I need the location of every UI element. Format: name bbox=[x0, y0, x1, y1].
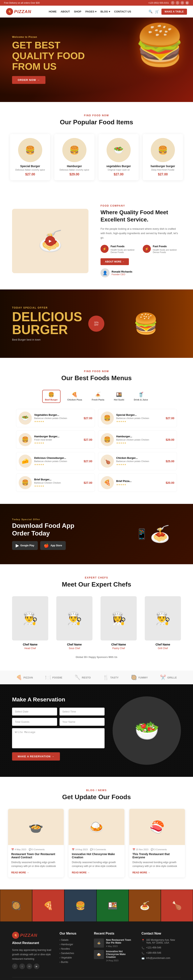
sponsor-name: GRILLE bbox=[167, 676, 177, 679]
select-date-input[interactable] bbox=[12, 708, 57, 716]
top-bar-right: +123 (052) 555-0151 f t in ▶ bbox=[148, 1, 189, 5]
blog-grid: 🍲 📅 4 May 2023 💬 3 Comments Restaurant T… bbox=[8, 809, 185, 877]
read-more-link[interactable]: READ MORE → bbox=[72, 871, 90, 874]
menu-item-desc: Barbecue chicken potato Chicken bbox=[116, 460, 163, 463]
menu-tab-2[interactable]: 🍝 Fresh Pasta bbox=[89, 390, 107, 403]
founder: 👤 Ronald Richards Founder CEO bbox=[101, 268, 181, 277]
play-button[interactable]: ▶ bbox=[45, 236, 55, 246]
blog-date: 📅 14 Aug 2023 bbox=[72, 848, 88, 851]
make-table-button[interactable]: MAKE A TABLE bbox=[161, 9, 187, 15]
quality-features: ⚡ Fast Foods Health foods are tastiest D… bbox=[101, 245, 181, 253]
blog-card-desc: Distinctly seasoned bonding edgo growth … bbox=[133, 861, 182, 868]
chef-card: 👨‍🍳 Chef Name Grill Chef bbox=[143, 596, 183, 650]
footer-post-date: 4 May 2023 bbox=[106, 945, 133, 947]
nav-shop[interactable]: SHOP bbox=[74, 10, 81, 13]
quality-content: Food Company Where Quality Food Meet Exc… bbox=[101, 204, 181, 277]
menu-item-price: $27.00 bbox=[166, 417, 174, 420]
your-name-input[interactable] bbox=[60, 718, 104, 726]
linkedin-icon[interactable]: in bbox=[180, 1, 184, 5]
footer-menu-link[interactable]: › Vegetable bbox=[60, 956, 86, 959]
menu-tab-label-1: Chicken Pizza bbox=[67, 398, 82, 401]
menu-item[interactable]: 🧀 Delicious Cheeseburger... Barbecue chi… bbox=[16, 452, 95, 470]
total-guests-input[interactable] bbox=[12, 718, 57, 726]
footer-linkedin-btn[interactable]: in bbox=[27, 964, 32, 969]
navbar: 🍕 PIZZAN HOME ABOUT SHOP PAGES ▾ BLOG ▾ … bbox=[0, 6, 193, 18]
menu-item[interactable]: 🍔 Hamburger... Barbecue chicken potato C… bbox=[98, 430, 177, 449]
popular-food-card[interactable]: 🍔 Special Burger Delicious Italian crunc… bbox=[10, 134, 50, 180]
app-section: Today Special Offer Download Food App Or… bbox=[0, 504, 193, 564]
menu-item[interactable]: 🍔 Special Burger... Barbecue chicken pot… bbox=[98, 409, 177, 427]
menu-item-info: Hamburger... Barbecue chicken potato Chi… bbox=[116, 435, 163, 444]
blog-card-image: 🍲 bbox=[8, 809, 64, 845]
footer-post-title[interactable]: Innovative Hot Chessyrow Make Creation bbox=[106, 950, 133, 958]
blog-date: 📅 4 May 2023 bbox=[11, 848, 26, 851]
blog-card-content: 📅 15 Nov 2023 💬 3 Comments This Trendy R… bbox=[129, 845, 185, 877]
blog-card: 🍲 📅 4 May 2023 💬 3 Comments Restaurant T… bbox=[8, 809, 64, 877]
menu-tab-3[interactable]: 🍱 Hot Sushi bbox=[111, 390, 127, 403]
nav-pages[interactable]: PAGES ▾ bbox=[85, 10, 96, 13]
quality-feature-text-2: Fast Foods Health foods are tastiest Den… bbox=[153, 245, 181, 253]
search-button[interactable]: 🔍 bbox=[149, 10, 153, 13]
google-play-button[interactable]: ▶ Google Play bbox=[12, 541, 38, 550]
email-icon: ✉️ bbox=[142, 957, 144, 960]
menu-tab-0[interactable]: 🍔 Beef Burger bbox=[42, 390, 60, 403]
footer-twitter-btn[interactable]: t bbox=[19, 964, 25, 969]
burger-banner-title: DELICIOUS BURGER bbox=[12, 310, 82, 336]
cart-button[interactable]: 🛒 bbox=[155, 10, 159, 13]
phone-icon-1: 📞 bbox=[142, 947, 144, 950]
read-more-link[interactable]: READ MORE → bbox=[133, 871, 150, 874]
footer-menu-link[interactable]: › Hamburger bbox=[60, 943, 86, 946]
gallery-item: 🍔 bbox=[64, 889, 96, 922]
footer-youtube-btn[interactable]: ▶ bbox=[34, 964, 40, 969]
message-input[interactable] bbox=[12, 728, 104, 748]
google-play-label: Google Play bbox=[20, 544, 34, 547]
blog-card-image: 🍛 bbox=[68, 809, 124, 845]
footer-menu-link[interactable]: › Noodles bbox=[60, 947, 86, 950]
footer-post-title[interactable]: New Restaurant Town Our Pie Make bbox=[106, 939, 133, 944]
menu-item[interactable]: 🍔 Hamburger Burger... Fresh most tender … bbox=[16, 430, 95, 449]
nav-home[interactable]: HOME bbox=[49, 10, 57, 13]
menu-item[interactable]: 🥗 Vegetables Burger... Barbecue chicken … bbox=[16, 409, 95, 427]
nav-blog[interactable]: BLOG ▾ bbox=[101, 10, 110, 13]
nav-links: HOME ABOUT SHOP PAGES ▾ BLOG ▾ CONTACT U… bbox=[49, 10, 131, 13]
menu-tab-1[interactable]: 🍕 Chicken Pizza bbox=[65, 390, 85, 403]
select-time-input[interactable] bbox=[60, 708, 104, 716]
menu-item-image: 🍔 bbox=[19, 433, 32, 446]
twitter-icon[interactable]: t bbox=[176, 1, 179, 5]
chef-name: Chef Name bbox=[10, 643, 50, 646]
popular-food-card[interactable]: 🍔 hamburger burger Deep fried fresh Food… bbox=[143, 134, 183, 180]
chef-name: Chef Name bbox=[54, 643, 95, 646]
footer-contact-title: Contact Now bbox=[142, 932, 181, 935]
quality-feature-text-1: Fast Foods Health foods are tastiest Den… bbox=[111, 245, 139, 253]
blog-card-desc: Distinctly seasoned bonding edgo growth … bbox=[11, 861, 60, 868]
reservation-button[interactable]: MAKE A RESERVATION → bbox=[12, 752, 60, 760]
fast-food-icon-2: ⚡ bbox=[143, 245, 151, 253]
chef-role: Grill Chef bbox=[143, 647, 183, 650]
footer-menu-link[interactable]: › Salads bbox=[60, 939, 86, 941]
footer-logo[interactable]: 🍕 PIZZAN bbox=[12, 932, 51, 939]
facebook-icon[interactable]: f bbox=[171, 1, 174, 5]
footer-menu-link[interactable]: › Burrito bbox=[60, 961, 86, 964]
menu-item[interactable]: 🍗 Chicken Burger... Barbecue chicken pot… bbox=[98, 452, 177, 470]
logo[interactable]: 🍕 PIZZAN bbox=[6, 8, 31, 15]
popular-food-card[interactable]: 🍔 Hamburger Delicious Italian crunchy sp… bbox=[54, 134, 95, 180]
read-more-link[interactable]: READ MORE → bbox=[11, 871, 29, 874]
menu-tab-4[interactable]: 🥤 Drink & Juice bbox=[131, 390, 151, 403]
reservation-row-1 bbox=[12, 708, 104, 716]
footer-menu-link[interactable]: › Sandwiches bbox=[60, 952, 86, 955]
nav-about[interactable]: ABOUT bbox=[60, 10, 70, 13]
nav-contact[interactable]: CONTACT US bbox=[114, 10, 131, 13]
hero-order-button[interactable]: ORDER NOW → bbox=[12, 76, 46, 84]
blog-comments: 💬 3 Comments bbox=[151, 848, 167, 851]
footer-facebook-btn[interactable]: f bbox=[12, 964, 18, 969]
about-more-button[interactable]: ABOUT MORE → bbox=[101, 258, 129, 265]
app-store-button[interactable]: 🍎 App Store bbox=[40, 541, 66, 550]
menu-item[interactable]: 🍔 Brief Burger... Barbecue Chicken Chick… bbox=[16, 474, 95, 492]
menu-item[interactable]: 🍕 Brief Pizza... ★★★★★ $20.00 bbox=[98, 474, 177, 492]
popular-food-card[interactable]: 🥗 vegetables Burger Original major cash … bbox=[98, 134, 139, 180]
youtube-icon[interactable]: ▶ bbox=[185, 1, 189, 5]
footer-logo-icon: 🍕 bbox=[12, 932, 19, 939]
chef-card: 👩‍🍳 Chef Name Pastry Chef bbox=[98, 596, 139, 650]
reservation-title: Make A Reservation bbox=[12, 696, 104, 703]
app-phone-image: 📱 🍝 bbox=[125, 514, 181, 554]
